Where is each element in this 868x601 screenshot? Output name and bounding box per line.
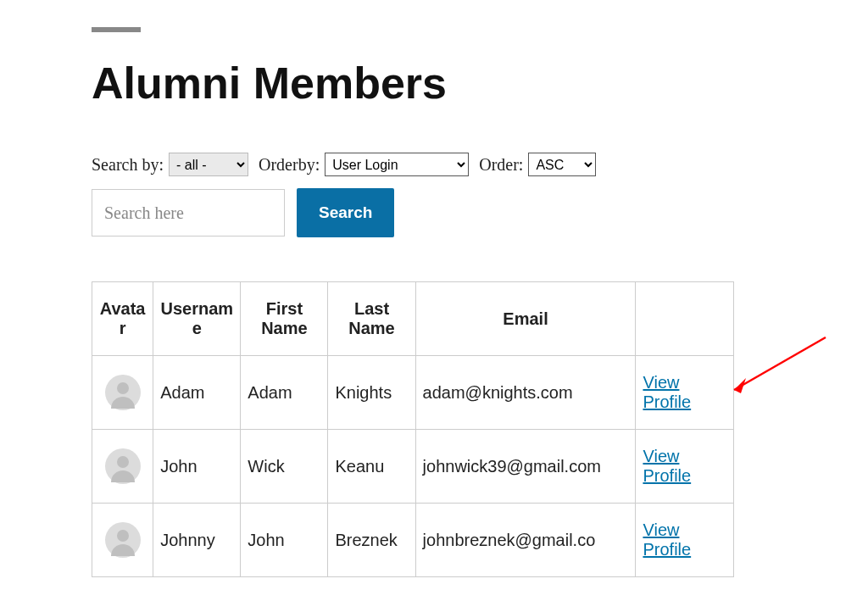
col-action: [636, 282, 734, 356]
cell-first: Adam: [241, 356, 328, 430]
table-header-row: Avatar Username First Name Last Name Ema…: [92, 282, 734, 356]
search-input[interactable]: [92, 189, 285, 237]
cell-last: Keanu: [328, 430, 415, 504]
table-row: Adam Adam Knights adam@knights.com View …: [92, 356, 734, 430]
view-profile-link[interactable]: View Profile: [643, 373, 691, 411]
svg-marker-4: [734, 378, 746, 393]
cell-email: adam@knights.com: [415, 356, 636, 430]
searchby-select[interactable]: - all -: [169, 153, 248, 176]
col-last: Last Name: [328, 282, 415, 356]
col-username: Username: [153, 282, 241, 356]
view-profile-link[interactable]: View Profile: [643, 447, 691, 485]
svg-line-3: [734, 337, 826, 390]
col-avatar: Avatar: [92, 282, 153, 356]
svg-point-2: [117, 530, 129, 542]
members-table: Avatar Username First Name Last Name Ema…: [92, 281, 734, 577]
accent-bar: [92, 27, 141, 32]
cell-email: johnwick39@gmail.com: [415, 430, 636, 504]
cell-first: John: [241, 504, 328, 577]
col-first: First Name: [241, 282, 328, 356]
search-button[interactable]: Search: [297, 188, 394, 237]
page-title: Alumni Members: [92, 58, 447, 109]
table-row: Johnny John Breznek johnbreznek@gmail.co…: [92, 504, 734, 577]
cell-email: johnbreznek@gmail.co: [415, 504, 636, 577]
cell-username: John: [153, 430, 241, 504]
cell-last: Knights: [328, 356, 415, 430]
svg-point-0: [117, 382, 129, 394]
order-select[interactable]: ASC: [528, 153, 596, 176]
filter-row: Search by: - all - Orderby: User Login O…: [92, 153, 606, 176]
col-email: Email: [415, 282, 636, 356]
table-row: John Wick Keanu johnwick39@gmail.com Vie…: [92, 430, 734, 504]
order-label: Order:: [479, 155, 523, 175]
svg-point-1: [117, 456, 129, 468]
avatar-icon: [105, 375, 141, 410]
searchby-label: Search by:: [92, 155, 164, 175]
avatar-icon: [105, 522, 141, 558]
orderby-label: Orderby:: [259, 155, 320, 175]
view-profile-link[interactable]: View Profile: [643, 520, 691, 559]
cell-username: Adam: [153, 356, 241, 430]
annotation-arrow-icon: [724, 331, 834, 407]
cell-username: Johnny: [153, 504, 241, 577]
cell-last: Breznek: [328, 504, 415, 577]
orderby-select[interactable]: User Login: [325, 153, 469, 176]
avatar-icon: [105, 448, 141, 484]
search-row: Search: [92, 188, 394, 237]
cell-first: Wick: [241, 430, 328, 504]
